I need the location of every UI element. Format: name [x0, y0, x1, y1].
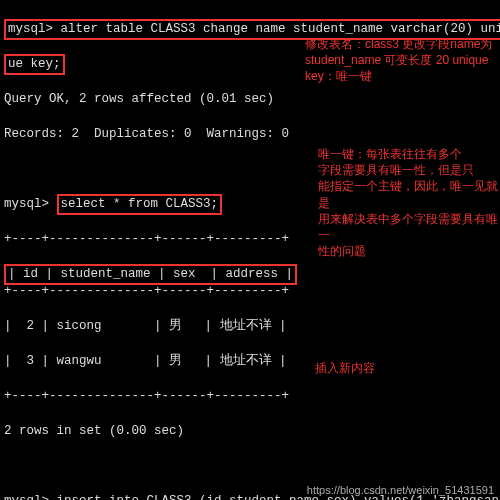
msg-rows2: 2 rows in set (0.00 sec) — [4, 423, 496, 441]
annotation-insert: 插入新内容 — [315, 360, 465, 376]
table-sep: +----+--------------+------+---------+ — [4, 283, 496, 301]
annotation-alter: 修改表名：class3 更改字段name为 student_name 可变长度 … — [305, 36, 495, 85]
table-row: | 2 | sicong | 男 | 地址不详 | — [4, 318, 496, 336]
cmd-text: alter table CLASS3 change name student_n… — [53, 22, 500, 36]
cmd-text: ue key; — [8, 57, 61, 71]
watermark: https://blog.csdn.net/weixin_51431591 — [307, 484, 494, 496]
prompt: mysql> — [4, 197, 49, 211]
cmd-text: select * from CLASS3; — [61, 197, 219, 211]
msg-records: Records: 2 Duplicates: 0 Warnings: 0 — [4, 126, 496, 144]
prompt: mysql> — [8, 22, 53, 36]
table-header: | id | student_name | sex | address | — [4, 264, 297, 286]
prompt: mysql> — [4, 494, 49, 500]
table-sep: +----+--------------+------+---------+ — [4, 388, 496, 406]
msg-ok-2rows: Query OK, 2 rows affected (0.01 sec) — [4, 91, 496, 109]
annotation-unique-key: 唯一键：每张表往往有多个 字段需要具有唯一性，但是只 能指定一个主键，因此，唯一… — [318, 146, 498, 259]
